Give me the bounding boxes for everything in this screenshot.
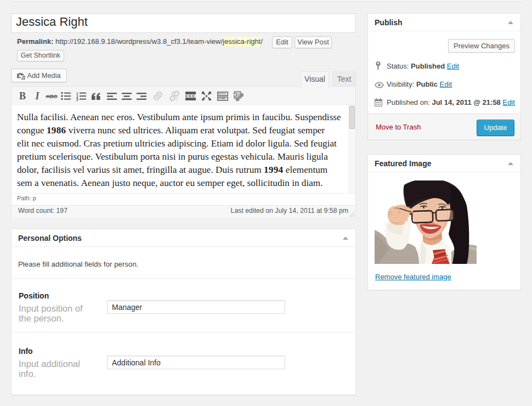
svg-text:3: 3 [76, 98, 78, 101]
